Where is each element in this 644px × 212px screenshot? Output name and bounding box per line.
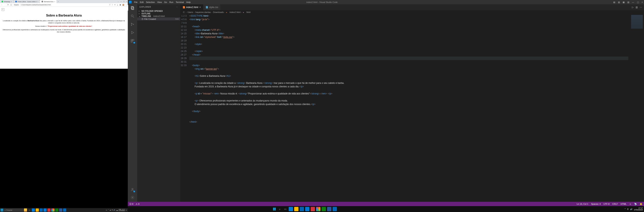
wifi-icon[interactable]: ⚲ <box>112 209 113 211</box>
volume-icon[interactable]: 🔊 <box>114 209 115 211</box>
mail-icon[interactable] <box>44 208 47 211</box>
start-button[interactable] <box>272 207 276 211</box>
new-tab-button[interactable]: + <box>57 1 60 2</box>
menu-selection[interactable]: Selection <box>146 1 155 3</box>
chevron-up-icon[interactable]: ˄ <box>108 209 109 211</box>
share-icon[interactable]: ⇪ <box>109 4 110 6</box>
menu-help[interactable]: Help <box>186 1 191 3</box>
timeline-item[interactable]: ◷ File Created now <box>137 18 180 21</box>
search-icon[interactable]: ⌕ <box>278 207 282 211</box>
store-icon[interactable] <box>300 207 304 211</box>
chevron-up-icon[interactable]: ˄ <box>624 208 626 210</box>
breadcrumb[interactable]: C:› Users› hayanne.dantas› Downloads› ⬥ … <box>180 10 644 14</box>
close-icon[interactable]: × <box>199 6 201 9</box>
task-view-icon[interactable]: ▭ <box>283 207 288 211</box>
section-outline[interactable]: ›OUTLINE <box>137 12 180 15</box>
menu-terminal[interactable]: Terminal <box>176 1 184 3</box>
editor-tab-style[interactable]: style.css <box>203 4 221 10</box>
star-icon[interactable]: ☆ <box>112 4 113 6</box>
close-icon[interactable]: × <box>126 1 127 2</box>
warnings-icon[interactable]: ⚠ 0 <box>136 203 139 205</box>
code-editor[interactable]: 1 2 3 4 5 6 7 8 9 10 11 12 13 14 15 16 1… <box>180 14 644 202</box>
menu-go[interactable]: Go <box>164 1 167 3</box>
run-icon[interactable]: ▷ <box>632 6 634 9</box>
extensions-icon[interactable]: 1 <box>130 39 135 43</box>
store-icon[interactable] <box>40 208 43 211</box>
app-icon[interactable] <box>311 207 315 211</box>
status-spaces[interactable]: Spaces: 4 <box>591 203 601 205</box>
menu-edit[interactable]: Edit <box>140 1 144 3</box>
more-icon[interactable]: ⋯ <box>640 6 642 9</box>
taskbar-clock[interactable]: POR 17:17 PTB 27/04/2023 <box>116 209 125 211</box>
explorer-icon[interactable] <box>36 208 39 211</box>
browser-tab-whatsapp[interactable]: WhatsApp × <box>0 0 14 3</box>
account-icon[interactable]: 1 <box>130 187 135 192</box>
explorer-icon[interactable] <box>294 207 298 211</box>
layout-icon[interactable]: ▤ <box>613 1 615 4</box>
chrome-icon[interactable] <box>316 207 320 211</box>
app-icon[interactable] <box>48 208 50 211</box>
close-icon[interactable]: × <box>54 1 55 3</box>
minimap[interactable] <box>628 14 644 202</box>
edge-icon[interactable] <box>289 207 293 211</box>
ime-icon[interactable]: ▭ <box>106 209 107 211</box>
download-icon[interactable]: ⭳ <box>117 4 118 6</box>
split-icon[interactable]: ▥ <box>636 6 638 9</box>
status-language[interactable]: HTML <box>621 203 626 205</box>
editor-tab-index2[interactable]: index2.html × <box>180 4 203 10</box>
source-control-icon[interactable] <box>130 22 135 27</box>
forward-icon[interactable]: → <box>4 4 6 6</box>
section-timeline[interactable]: ⌄TIMELINE index2.html <box>137 15 180 18</box>
mail-icon[interactable] <box>305 207 310 211</box>
close-icon[interactable]: × <box>11 1 12 3</box>
more-icon[interactable]: ⋯ <box>176 6 178 8</box>
bell-icon[interactable]: 🔔 <box>640 203 642 205</box>
vscode-icon[interactable] <box>332 207 337 211</box>
excel-icon[interactable] <box>322 207 326 211</box>
back-icon[interactable]: ← <box>1 4 3 6</box>
status-ln[interactable]: Ln 13, Col 1 <box>577 203 588 205</box>
chrome-icon[interactable] <box>51 208 54 211</box>
close-icon[interactable]: × <box>38 1 38 3</box>
cloud-icon[interactable]: ☁ <box>110 209 111 211</box>
layout-icon[interactable]: ▧ <box>627 1 629 4</box>
sidepanel-icon[interactable]: ▣ <box>120 4 121 6</box>
minimize-icon[interactable]: — <box>120 1 122 2</box>
chevron-down-icon[interactable]: ⌄ <box>118 1 119 2</box>
broadcast-icon[interactable]: 📡 <box>634 203 637 205</box>
taskbar-search[interactable]: ⌕ Pesquisar <box>4 208 24 211</box>
menu-run[interactable]: Run <box>169 1 173 3</box>
notifications-icon[interactable]: ▭ <box>126 209 127 211</box>
word-icon[interactable] <box>327 207 332 211</box>
browser-tab-alura[interactable]: Fórum | Alura - Cursos online d × <box>14 0 40 3</box>
vscode-icon[interactable] <box>63 208 66 211</box>
url-text[interactable]: C:/Users/hayanne.dantas/Downloads/index2… <box>21 4 108 6</box>
menu-view[interactable]: View <box>157 1 162 3</box>
excel-icon[interactable] <box>55 208 58 211</box>
menu-file[interactable]: File <box>134 1 138 3</box>
explorer-icon[interactable] <box>130 6 135 10</box>
maximize-icon[interactable]: ▢ <box>637 1 639 4</box>
maximize-icon[interactable]: ▢ <box>123 1 125 2</box>
search-icon[interactable] <box>130 14 135 19</box>
word-icon[interactable] <box>59 208 62 211</box>
close-icon[interactable]: × <box>642 1 643 4</box>
status-encoding[interactable]: UTF-8 <box>604 203 610 205</box>
browser-tab-barbearia[interactable]: Barbearia Alura × <box>40 0 57 3</box>
task-view-icon[interactable]: ▭ <box>28 208 31 211</box>
avatar[interactable] <box>122 4 124 6</box>
layout-icon[interactable]: ▥ <box>618 1 620 4</box>
reload-icon[interactable]: ⟳ <box>7 4 9 6</box>
feedback-icon[interactable]: ☺ <box>629 203 632 205</box>
wifi-icon[interactable]: ⚲ <box>627 208 628 210</box>
status-eol[interactable]: CRLF <box>612 203 618 205</box>
section-no-folder[interactable]: ›NO FOLDER OPENED <box>137 10 180 12</box>
run-debug-icon[interactable] <box>130 30 135 35</box>
minimize-icon[interactable]: — <box>632 1 634 4</box>
gear-icon[interactable] <box>130 195 135 200</box>
taskbar-clock[interactable]: 17:17 27/04/2023 <box>634 207 643 211</box>
volume-icon[interactable]: 🔊 <box>630 208 632 210</box>
errors-icon[interactable]: ⓧ 0 <box>129 202 133 205</box>
layout-icon[interactable]: ▦ <box>623 1 624 4</box>
extensions-icon[interactable]: ✦ <box>114 4 116 6</box>
